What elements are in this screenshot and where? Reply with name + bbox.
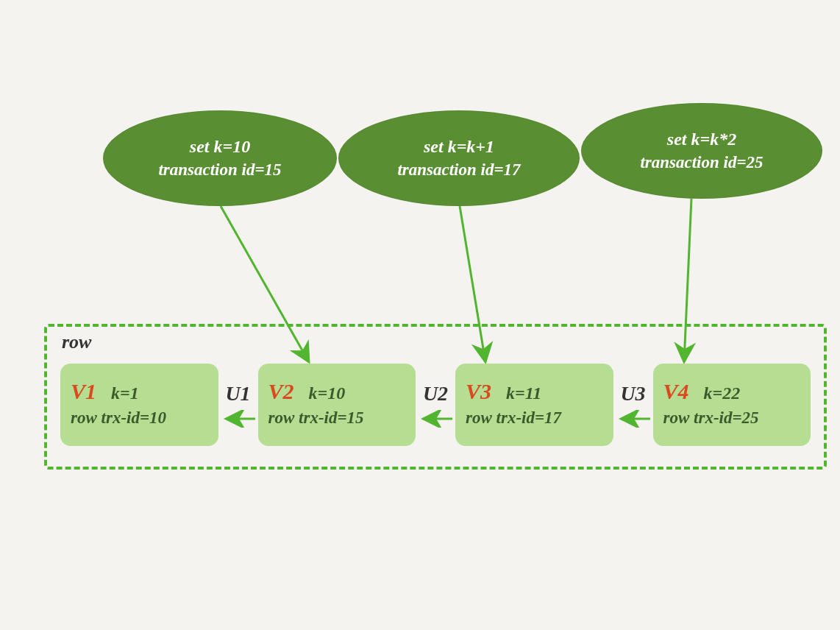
version-k: k=11 [506,383,541,403]
undo-label: U3 [620,382,645,406]
diagram-canvas: set k=10 transaction id=15 set k=k+1 tra… [0,0,840,630]
row-container: row V1 k=1 row trx-id=10 U1 V2 [44,324,827,470]
row-label: row [62,331,91,353]
undo-label: U1 [225,382,250,406]
transaction-1: set k=10 transaction id=15 [103,110,337,206]
undo-pointer-u2: U2 [417,382,454,428]
transaction-id: transaction id=17 [397,159,520,181]
transaction-op: set k=k*2 [667,128,736,151]
version-name: V2 [268,379,294,404]
version-cell-v1: V1 k=1 row trx-id=10 [60,364,218,446]
transaction-2: set k=k+1 transaction id=17 [338,110,580,206]
version-k: k=1 [111,383,139,403]
version-k: k=10 [309,383,346,403]
version-trx-id: row trx-id=25 [663,408,801,428]
version-trx-id: row trx-id=15 [268,408,406,428]
version-k: k=22 [704,383,741,403]
undo-label: U2 [423,382,448,406]
version-trx-id: row trx-id=10 [71,408,208,428]
transaction-id: transaction id=15 [158,159,281,181]
arrow-tx1-to-v2 [0,0,840,630]
version-trx-id: row trx-id=17 [466,408,603,428]
version-cell-v2: V2 k=10 row trx-id=15 [258,364,416,446]
transaction-3: set k=k*2 transaction id=25 [581,103,822,199]
version-cell-v4: V4 k=22 row trx-id=25 [653,364,811,446]
arrow-tx3-to-v4 [0,0,840,630]
undo-pointer-u3: U3 [615,382,652,428]
transaction-op: set k=10 [190,135,250,158]
version-name: V3 [466,379,491,404]
undo-arrow-icon [615,410,652,428]
transaction-id: transaction id=25 [640,152,763,174]
version-name: V1 [71,379,96,404]
undo-arrow-icon [220,410,257,428]
version-cell-v3: V3 k=11 row trx-id=17 [455,364,613,446]
version-name: V4 [663,379,689,404]
versions-row: V1 k=1 row trx-id=10 U1 V2 k=10 row trx-… [60,364,811,446]
arrow-tx2-to-v3 [0,0,840,630]
transaction-op: set k=k+1 [424,135,494,158]
undo-arrow-icon [417,410,454,428]
undo-pointer-u1: U1 [220,382,257,428]
